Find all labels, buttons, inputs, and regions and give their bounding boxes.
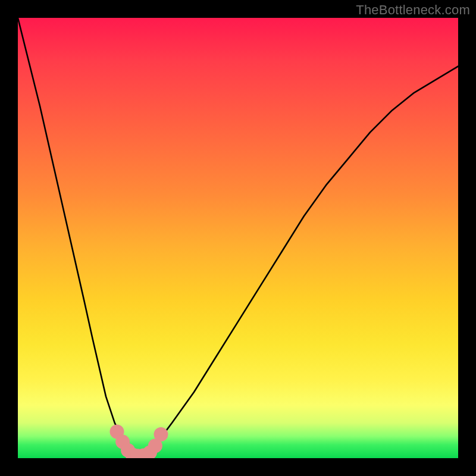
- curve-markers: [110, 425, 168, 458]
- bottleneck-curve: [18, 18, 458, 456]
- plot-area: [18, 18, 458, 458]
- curve-marker: [154, 427, 168, 441]
- chart-svg: [18, 18, 458, 458]
- watermark-text: TheBottleneck.com: [356, 2, 470, 18]
- chart-frame: TheBottleneck.com: [0, 0, 476, 476]
